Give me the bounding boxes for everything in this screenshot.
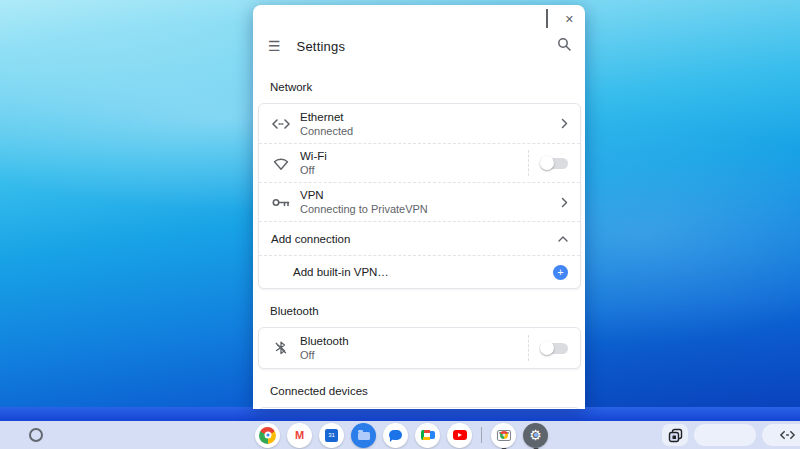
plus-icon: + — [557, 267, 563, 278]
add-builtin-vpn-row[interactable]: Add built-in VPN… + — [259, 255, 580, 288]
bluetooth-card: Bluetooth Off — [258, 327, 581, 369]
shelf-item-settings[interactable]: ⚙ — [523, 423, 548, 448]
wifi-icon — [273, 157, 289, 170]
bluetooth-disabled-icon — [274, 341, 288, 355]
bluetooth-toggle[interactable] — [541, 343, 568, 354]
shelf-item-messages[interactable] — [383, 423, 408, 448]
ethernet-title: Ethernet — [300, 111, 353, 123]
tray-pill[interactable] — [694, 424, 756, 446]
divider — [528, 335, 529, 361]
toggle-knob — [540, 156, 554, 170]
shelf-separator — [481, 427, 482, 443]
youtube-icon — [453, 430, 467, 440]
browser-window-icon — [497, 430, 511, 441]
window-titlebar[interactable]: ✕ — [253, 5, 585, 31]
shelf-item-calendar[interactable]: 31 — [319, 423, 344, 448]
divider — [528, 150, 529, 176]
connected-devices-section-label: Connected devices — [270, 385, 581, 397]
bluetooth-row[interactable]: Bluetooth Off — [259, 328, 580, 368]
ethernet-icon — [272, 118, 290, 130]
add-vpn-button[interactable]: + — [553, 265, 568, 280]
vpn-title: VPN — [300, 189, 428, 201]
messages-icon — [389, 430, 402, 440]
shelf-item-gmail[interactable]: M — [287, 423, 312, 448]
vpn-row[interactable]: VPN Connecting to PrivateVPN — [259, 182, 580, 221]
vpn-status: Connecting to PrivateVPN — [300, 203, 428, 215]
files-icon — [358, 432, 370, 440]
network-section-label: Network — [270, 81, 581, 93]
chevron-up-icon — [558, 236, 568, 242]
shelf-item-files[interactable] — [351, 423, 376, 448]
bluetooth-title: Bluetooth — [300, 335, 349, 347]
page-title: Settings — [297, 39, 346, 54]
launcher-button[interactable] — [29, 428, 43, 442]
shelf-item-chrome[interactable] — [255, 423, 280, 448]
ethernet-row[interactable]: Ethernet Connected — [259, 104, 580, 143]
shelf-item-chrome-window[interactable] — [491, 423, 516, 448]
maximize-button[interactable] — [546, 10, 548, 28]
search-button[interactable] — [557, 37, 571, 55]
gear-center-dot — [534, 433, 538, 437]
android-phone-row[interactable]: Android phone Set up — [259, 408, 580, 409]
add-connection-row[interactable]: Add connection — [259, 221, 580, 255]
add-connection-label: Add connection — [271, 233, 350, 245]
add-builtin-vpn-label: Add built-in VPN… — [293, 266, 389, 278]
wifi-status: Off — [300, 164, 327, 176]
status-area-button[interactable] — [762, 424, 800, 446]
shelf: M 31 ⚙ — [0, 421, 800, 449]
chevron-right-icon — [561, 118, 568, 129]
close-button[interactable]: ✕ — [565, 14, 574, 24]
toggle-knob — [540, 341, 554, 355]
task-switcher-button[interactable] — [662, 424, 688, 446]
connected-devices-card: Android phone Set up — [258, 407, 581, 409]
wifi-title: Wi-Fi — [300, 150, 327, 162]
bluetooth-section-label: Bluetooth — [270, 305, 581, 317]
meet-camera-icon — [421, 430, 435, 440]
shelf-item-youtube[interactable] — [447, 423, 472, 448]
wifi-toggle[interactable] — [541, 158, 568, 169]
close-icon: ✕ — [565, 13, 574, 25]
ethernet-status-icon — [780, 430, 795, 440]
hamburger-menu-button[interactable]: ☰ — [268, 38, 281, 54]
calendar-icon: 31 — [325, 429, 338, 442]
vpn-key-icon — [272, 197, 290, 208]
wifi-row[interactable]: Wi-Fi Off — [259, 143, 580, 182]
chevron-right-icon — [561, 197, 568, 208]
settings-header: ☰ Settings — [253, 31, 585, 65]
settings-window: ✕ ☰ Settings Network — [253, 5, 585, 409]
gmail-icon: M — [295, 429, 304, 441]
shelf-item-meet[interactable] — [415, 423, 440, 448]
ethernet-status: Connected — [300, 125, 353, 137]
status-tray — [662, 424, 800, 446]
overlapping-windows-icon — [668, 428, 683, 443]
chrome-icon — [259, 427, 276, 444]
shelf-apps: M 31 ⚙ — [255, 422, 548, 448]
maximize-icon — [546, 9, 548, 28]
network-card: Ethernet Connected Wi-Fi Off — [258, 103, 581, 289]
search-icon — [557, 37, 571, 51]
bluetooth-status: Off — [300, 349, 349, 361]
